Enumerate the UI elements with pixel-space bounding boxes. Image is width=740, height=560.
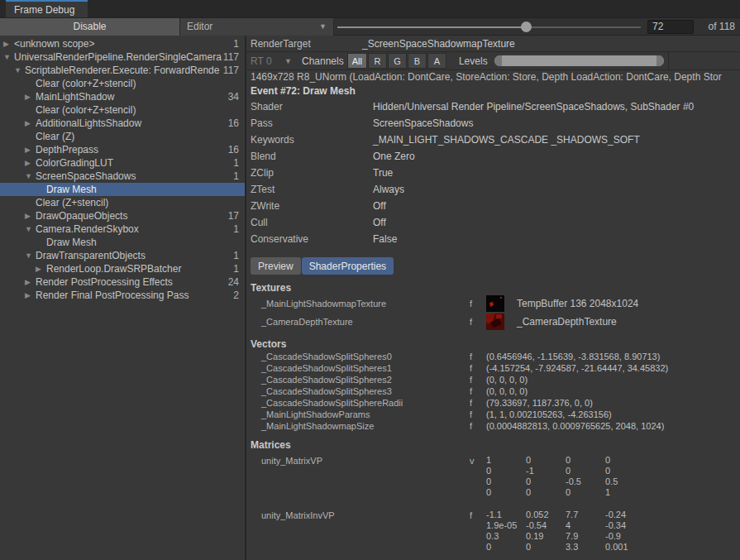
tree-item-label: Clear (color+Z+stencil): [36, 78, 136, 89]
levels-slider-max-handle[interactable]: [656, 55, 664, 66]
channel-button-g[interactable]: G: [388, 53, 407, 69]
channel-button-all[interactable]: All: [347, 53, 367, 69]
property-value: Hidden/Universal Render Pipeline/ScreenS…: [373, 101, 694, 112]
matrix-cell: 1: [486, 455, 526, 466]
tree-row-render-final-postprocessing-pass[interactable]: ▶Render Final PostProcessing Pass2: [0, 289, 245, 302]
tree-row-renderloop-draw-srp-batcher[interactable]: ▶RenderLoop.DrawSRPBatcher1: [0, 262, 245, 275]
frame-slider[interactable]: [337, 18, 641, 36]
channel-button-r[interactable]: R: [368, 53, 387, 69]
disable-button[interactable]: Disable: [0, 18, 180, 36]
tree-item-label: Draw Mesh: [46, 237, 97, 248]
render-target-toolbar: RT 0 ▼ Channels All R G B A Levels: [246, 51, 740, 70]
levels-slider-min-handle[interactable]: [494, 55, 502, 66]
levels-range-slider[interactable]: [494, 55, 664, 66]
expander-icon[interactable]: ▶: [25, 90, 36, 103]
vector-value: (0, 0, 0, 0): [486, 375, 528, 385]
expander-icon[interactable]: ▶: [25, 143, 36, 156]
tree-row-unknown-scope[interactable]: ▶<unknown scope>1: [0, 37, 245, 50]
rt-index-dropdown[interactable]: RT 0 ▼: [251, 55, 297, 67]
tree-row-render-single-camera[interactable]: ▼UniversalRenderPipeline.RenderSingleCam…: [0, 50, 245, 64]
tree-item-label: DrawOpaqueObjects: [36, 210, 127, 222]
tree-item-label: Clear (color+Z+stencil): [36, 104, 136, 116]
vector-row: _CascadeShadowSplitSpheres2f(0, 0, 0, 0): [246, 374, 740, 385]
tree-row-render-postprocessing-effects[interactable]: ▶Render PostProcessing Effects24: [0, 275, 245, 289]
expander-icon[interactable]: ▼: [3, 50, 14, 64]
matrix-flag: f: [470, 510, 486, 521]
expander-icon[interactable]: ▶: [25, 289, 36, 302]
expander-icon[interactable]: ▶: [36, 262, 46, 275]
matrix-cell: 0: [526, 487, 566, 498]
vector-name: _MainLightShadowmapSize: [261, 421, 470, 431]
tree-row-screen-space-shadows[interactable]: ▼ScreenSpaceShadows1: [0, 170, 245, 183]
matrix-row-inv-vp: unity_MatrixInvVP f -1.10.0527.7-0.24 1.…: [246, 510, 740, 553]
vector-name: _MainLightShadowParams: [261, 409, 470, 419]
tree-row-additional-lights-shadow[interactable]: ▶AdditionalLightsShadow16: [0, 117, 245, 130]
tree-row-clear-z[interactable]: Clear (Z): [0, 130, 245, 143]
expander-icon[interactable]: ▶: [3, 37, 14, 50]
frame-number-input[interactable]: [647, 20, 694, 34]
texture-flag: f: [470, 317, 486, 327]
matrix-values: -1.10.0527.7-0.24 1.9e-05-0.544-0.34 0.3…: [486, 510, 645, 553]
texture-thumbnail: [486, 314, 504, 330]
property-value: True: [373, 167, 393, 179]
tree-row-scriptable-renderer-execute[interactable]: ▼ScriptableRenderer.Execute: ForwardRend…: [0, 64, 245, 77]
texture-name: _MainLightShadowmapTexture: [261, 299, 470, 309]
property-label: Pass: [251, 117, 373, 129]
property-label: ZWrite: [251, 200, 373, 212]
property-row-cull: CullOff: [246, 214, 740, 231]
tree-item-label: RenderLoop.DrawSRPBatcher: [46, 263, 181, 275]
frame-slider-track: [526, 26, 641, 28]
tree-row-clear-z-stencil[interactable]: Clear (Z+stencil): [0, 196, 245, 209]
property-row-keywords: Keywords_MAIN_LIGHT_SHADOWS_CASCADE _SHA…: [246, 132, 740, 148]
tree-row-camera-render-skybox[interactable]: ▼Camera.RenderSkybox1: [0, 223, 245, 236]
target-dropdown[interactable]: Editor ▼: [180, 18, 334, 36]
tree-row-draw-opaque-objects[interactable]: ▶DrawOpaqueObjects17: [0, 209, 245, 223]
tree-row-draw-mesh-selected[interactable]: Draw Mesh: [0, 183, 245, 196]
spacer: [246, 553, 740, 560]
texture-value: TempBuffer 136 2048x1024: [517, 298, 638, 309]
property-row-ztest: ZTestAlways: [246, 181, 740, 198]
tree-item-count: 1: [230, 156, 239, 170]
tree-item-label: Draw Mesh: [46, 184, 97, 195]
expander-icon[interactable]: ▼: [25, 170, 36, 183]
matrix-cell: 0.19: [526, 531, 566, 542]
vector-flag: f: [470, 375, 486, 385]
tree-row-clear-color-z-stencil-2[interactable]: Clear (color+Z+stencil): [0, 103, 245, 117]
matrix-cell: 7.9: [566, 531, 605, 542]
property-value: One Zero: [373, 151, 415, 162]
channel-button-a[interactable]: A: [427, 53, 446, 69]
tree-row-clear-color-z-stencil[interactable]: Clear (color+Z+stencil): [0, 77, 245, 90]
tree-item-label: ColorGradingLUT: [36, 157, 113, 169]
tree-item-label: DepthPrepass: [36, 144, 98, 156]
tree-row-depth-prepass[interactable]: ▶DepthPrepass16: [0, 143, 245, 156]
tree-item-count: 1: [230, 249, 239, 262]
render-target-value: _ScreenSpaceShadowmapTexture: [362, 38, 515, 50]
channel-button-b[interactable]: B: [408, 53, 427, 69]
property-row-zclip: ZClipTrue: [246, 165, 740, 181]
frame-slider-thumb[interactable]: [521, 22, 532, 32]
tree-row-draw-mesh-skybox[interactable]: Draw Mesh: [0, 236, 245, 249]
expander-icon[interactable]: ▶: [25, 156, 36, 170]
expander-icon[interactable]: ▼: [25, 249, 36, 262]
expander-icon[interactable]: ▶: [25, 117, 36, 130]
property-row-shader: ShaderHidden/Universal Render Pipeline/S…: [246, 98, 740, 115]
tree-row-color-grading-lut[interactable]: ▶ColorGradingLUT1: [0, 156, 245, 170]
tree-row-draw-transparent-objects[interactable]: ▼DrawTransparentObjects1: [0, 249, 245, 262]
vector-row: _CascadeShadowSplitSpheres1f(-4.157254, …: [246, 362, 740, 374]
expander-icon[interactable]: ▶: [25, 209, 36, 223]
matrix-name: unity_MatrixVP: [261, 455, 470, 467]
matrix-cell: 1: [605, 487, 645, 498]
tree-row-main-light-shadow[interactable]: ▶MainLightShadow34: [0, 90, 245, 103]
tab-preview[interactable]: Preview: [251, 257, 301, 275]
vector-flag: f: [470, 409, 486, 419]
matrix-cell: 0: [566, 455, 605, 466]
expander-icon[interactable]: ▼: [25, 223, 36, 236]
tab-frame-debug[interactable]: Frame Debug: [6, 0, 88, 17]
property-row-conservative: ConservativeFalse: [246, 231, 740, 247]
matrix-name: unity_MatrixInvVP: [261, 510, 470, 521]
expander-icon[interactable]: ▼: [14, 64, 25, 77]
tab-shader-properties[interactable]: ShaderProperties: [302, 257, 394, 275]
tree-item-count: 1: [230, 37, 239, 50]
matrix-cell: 0.5: [605, 476, 645, 487]
expander-icon[interactable]: ▶: [25, 275, 36, 289]
